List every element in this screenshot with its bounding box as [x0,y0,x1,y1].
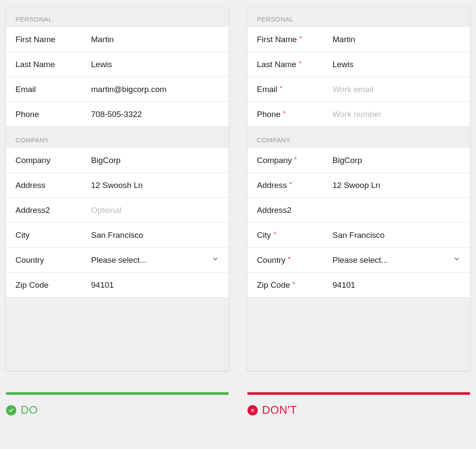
field-label: Address [257,181,287,190]
dont-panel: PERSONAL First Name * Last Name * Email … [247,6,470,371]
city-input[interactable] [91,231,219,240]
field-label: Email [257,85,278,94]
do-label: DO [21,403,38,417]
required-indicator: * [290,180,292,188]
dont-footer: DON'T [247,392,470,417]
zip-input[interactable] [333,280,461,290]
field-row-company: Company [6,148,229,173]
section-header-company: COMPANY [247,127,470,148]
panel-filler [6,298,229,371]
chevron-down-icon [211,255,219,265]
country-select-value: Please select... [91,255,146,265]
address-input[interactable] [333,181,461,190]
field-label: Company [15,156,91,165]
field-label: Company [257,156,292,165]
field-row-zip: Zip Code * [247,273,470,298]
field-row-city: City * [247,223,470,248]
field-row-country[interactable]: Country * Please select... [247,248,470,273]
field-row-address: Address * [247,173,470,198]
panel-filler [247,298,470,371]
required-indicator: * [299,34,302,42]
field-label: Last Name [257,60,296,69]
x-circle-icon [247,405,258,415]
dont-badge: DON'T [247,403,470,417]
field-label: Zip Code [15,280,91,290]
field-label: City [15,231,91,240]
country-select[interactable]: Please select... [91,255,219,265]
field-row-country[interactable]: Country Please select... [6,248,229,273]
email-input[interactable] [333,85,461,94]
field-row-zip: Zip Code [6,273,229,298]
field-row-first-name: First Name [6,27,229,52]
field-row-email: Email [6,77,229,102]
section-header-personal: PERSONAL [247,6,470,27]
last-name-input[interactable] [91,60,219,69]
field-label: Country [257,255,286,265]
required-indicator: * [283,109,286,117]
required-indicator: * [294,155,297,163]
first-name-input[interactable] [91,35,219,44]
chevron-down-icon [453,255,461,265]
company-input[interactable] [333,156,461,165]
phone-input[interactable] [333,110,461,119]
email-input[interactable] [91,85,219,94]
section-header-personal: PERSONAL [6,6,229,27]
last-name-input[interactable] [333,60,461,69]
field-label: Last Name [15,60,91,69]
zip-input[interactable] [91,280,219,290]
field-row-address2: Address2 [247,198,470,223]
field-label: Address2 [15,206,91,215]
field-label: Email [15,85,91,94]
city-input[interactable] [333,231,461,240]
field-row-phone: Phone * [247,102,470,127]
required-indicator: * [293,280,295,287]
first-name-input[interactable] [333,35,461,44]
company-input[interactable] [91,156,219,165]
address-input[interactable] [91,181,219,190]
field-row-city: City [6,223,229,248]
do-footer: DO [6,392,229,417]
field-row-address: Address [6,173,229,198]
dont-label: DON'T [262,403,297,417]
section-header-company: COMPANY [6,127,229,148]
accent-bar [6,392,229,395]
field-label: First Name [257,35,297,44]
do-panel: PERSONAL First Name Last Name Email Phon… [6,6,229,371]
accent-bar [247,392,470,395]
field-row-company: Company * [247,148,470,173]
check-circle-icon [6,405,16,415]
required-indicator: * [280,84,283,92]
field-label: City [257,231,271,240]
field-row-first-name: First Name * [247,27,470,52]
required-indicator: * [288,255,291,262]
required-indicator: * [299,59,302,67]
address2-input[interactable] [333,206,461,215]
field-label: Zip Code [257,280,290,290]
do-badge: DO [6,403,229,417]
field-row-phone: Phone [6,102,229,127]
field-label: First Name [15,35,91,44]
field-row-last-name: Last Name * [247,52,470,77]
field-row-email: Email * [247,77,470,102]
field-row-address2: Address2 [6,198,229,223]
country-select-value: Please select... [333,255,388,265]
field-label: Address [15,181,91,190]
field-label: Country [15,255,91,265]
country-select[interactable]: Please select... [333,255,461,265]
field-row-last-name: Last Name [6,52,229,77]
address2-input[interactable] [91,206,219,215]
field-label: Phone [15,110,91,119]
field-label: Address2 [257,206,291,215]
required-indicator: * [274,230,276,237]
field-label: Phone [257,110,281,119]
phone-input[interactable] [91,110,219,119]
